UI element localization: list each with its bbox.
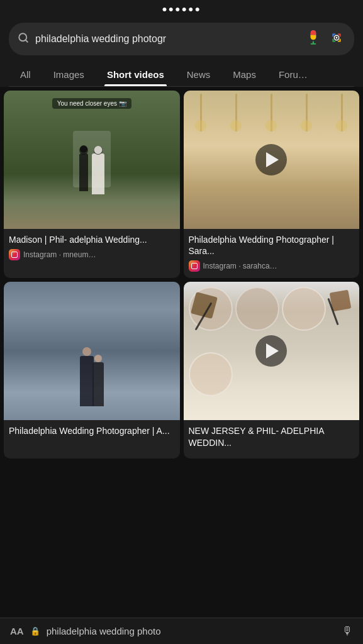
tab-bar: All Images Short videos News Maps Foru…	[9, 63, 354, 87]
video-card-3[interactable]: Philadelphia Wedding Photographer | A...	[4, 282, 180, 458]
plate-2	[235, 287, 279, 331]
couple-silhouette	[79, 153, 104, 194]
play-triangle-4	[266, 343, 279, 358]
person-1	[79, 153, 88, 191]
video-source-2: Instagram · sarahcanni...	[189, 260, 355, 272]
video-thumbnail-4	[184, 282, 360, 420]
video-title-4: NEW JERSEY & PHIL- ADELPHIA WEDDIN...	[189, 425, 355, 448]
chandelier-decor	[184, 94, 360, 131]
tab-forums[interactable]: Foru…	[267, 63, 319, 86]
status-bar: ●●●●●●	[0, 0, 363, 16]
video-card-1[interactable]: You need closer eyes 📷 Madison | Phil- a…	[4, 91, 180, 278]
svg-point-6	[336, 37, 338, 39]
video-grid: You need closer eyes 📷 Madison | Phil- a…	[0, 87, 363, 462]
svg-line-1	[25, 40, 27, 42]
video-source-1: Instagram · mneumann...	[9, 249, 175, 260]
chandelier-4	[306, 94, 308, 131]
tab-all[interactable]: All	[9, 63, 42, 86]
video-title-2: Philadelphia Wedding Photographer | Sara…	[189, 234, 355, 257]
top-bar: philadelphia wedding photogr	[0, 16, 363, 87]
video-info-1: Madison | Phil- adelphia Wedding... Inst…	[4, 229, 180, 267]
search-query: philadelphia wedding photogr	[35, 33, 299, 45]
chandelier-5	[341, 94, 343, 131]
bottom-bar: AA 🔒 🎙	[0, 618, 363, 644]
video-card-4[interactable]: NEW JERSEY & PHIL- ADELPHIA WEDDIN...	[184, 282, 360, 458]
video-title-3: Philadelphia Wedding Photographer | A...	[9, 425, 175, 436]
plate-4	[189, 352, 233, 396]
tab-maps[interactable]: Maps	[221, 63, 267, 86]
video-thumbnail-2	[184, 91, 360, 229]
chandelier-1	[200, 94, 202, 131]
instagram-icon-1	[9, 249, 20, 260]
bottom-microphone-icon[interactable]: 🎙	[342, 625, 353, 638]
google-lens-icon[interactable]	[328, 29, 345, 49]
video-card-2[interactable]: Philadelphia Wedding Photographer | Sara…	[184, 91, 360, 278]
video-info-3: Philadelphia Wedding Photographer | A...	[4, 420, 180, 447]
lock-icon: 🔒	[30, 626, 40, 636]
chandelier-3	[271, 94, 272, 131]
source-text-1: Instagram · mneumann...	[23, 250, 99, 259]
plate-3	[282, 287, 326, 331]
search-icon	[18, 32, 29, 47]
video-info-2: Philadelphia Wedding Photographer | Sara…	[184, 229, 360, 278]
tab-news[interactable]: News	[176, 63, 222, 86]
video-info-4: NEW JERSEY & PHIL- ADELPHIA WEDDIN...	[184, 420, 360, 458]
play-button-4[interactable]	[255, 335, 287, 367]
person-2	[92, 153, 104, 194]
source-text-2: Instagram · sarahcanni...	[203, 262, 279, 270]
status-icons: ●●●●●●	[162, 4, 201, 14]
play-triangle-2	[266, 152, 279, 167]
tab-images[interactable]: Images	[42, 63, 96, 86]
instagram-icon-2	[189, 260, 200, 272]
video-title-1: Madison | Phil- adelphia Wedding...	[9, 234, 175, 245]
video-thumbnail-3	[4, 282, 180, 420]
video-thumbnail-1: You need closer eyes 📷	[4, 91, 180, 229]
bottom-aa: AA	[10, 626, 24, 636]
couple-3	[80, 356, 104, 406]
tab-short-videos[interactable]: Short videos	[96, 63, 176, 86]
search-bar[interactable]: philadelphia wedding photogr	[9, 23, 354, 55]
svg-rect-3	[311, 43, 316, 45]
play-button-2[interactable]	[255, 144, 287, 175]
microphone-icon[interactable]	[305, 30, 321, 48]
grid-spacer	[0, 462, 363, 506]
chandelier-2	[235, 94, 237, 131]
video-overlay-text-1: You need closer eyes 📷	[52, 98, 131, 109]
bottom-search-input[interactable]	[47, 626, 335, 636]
